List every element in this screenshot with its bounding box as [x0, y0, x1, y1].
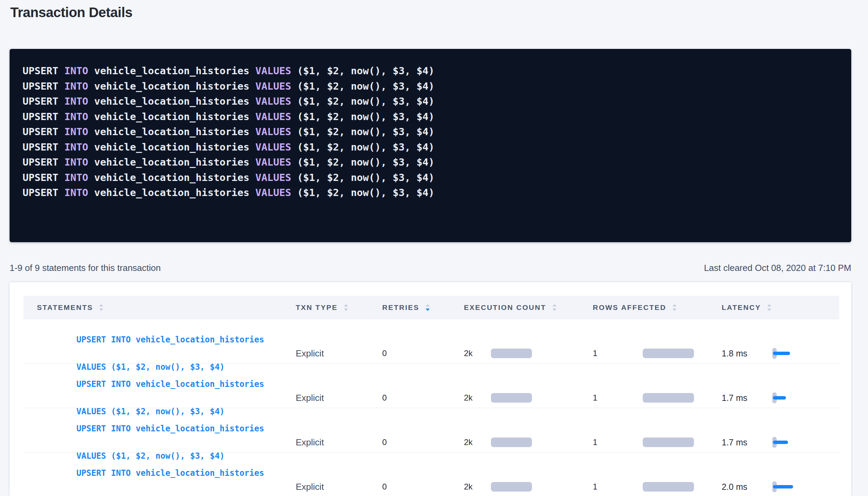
column-header-retries[interactable]: RETRIES	[382, 303, 464, 312]
code-line: UPSERT INTO vehicle_location_histories V…	[23, 109, 838, 125]
statements-table-card: STATEMENTS TXN TYPE RETRIES EXECUTION CO…	[10, 282, 851, 496]
execution-count-bar	[491, 482, 532, 492]
sort-asc-icon	[426, 304, 430, 306]
sql-text: ($1, $2, now(), $3, $4)	[291, 65, 435, 77]
column-header-latency[interactable]: LATENCY	[722, 303, 839, 312]
execution-count-cell: 2k	[464, 482, 593, 492]
statement-cell: UPSERT INTO vehicle_location_histories V…	[24, 453, 296, 496]
sql-keyword: VALUES	[255, 65, 291, 77]
last-cleared-text: Last cleared Oct 08, 2020 at 7:10 PM	[704, 262, 851, 274]
sql-text: ($1, $2, now(), $3, $4)	[291, 187, 435, 198]
column-header-execution-count[interactable]: EXECUTION COUNT	[464, 303, 593, 312]
execution-count-bar	[491, 438, 532, 447]
column-header-rows-affected[interactable]: ROWS AFFECTED	[593, 303, 722, 312]
latency-cell: 1.8 ms	[722, 348, 839, 359]
execution-count-value: 2k	[464, 438, 491, 447]
latency-bar	[773, 441, 788, 444]
table-header-row: STATEMENTS TXN TYPE RETRIES EXECUTION CO…	[24, 296, 839, 319]
sql-keyword: VALUES	[255, 80, 291, 92]
code-line: UPSERT INTO vehicle_location_histories V…	[23, 140, 838, 155]
latency-chart	[772, 481, 796, 493]
execution-count-value: 2k	[464, 393, 491, 403]
sql-text: vehicle_location_histories	[88, 80, 255, 92]
latency-cell: 1.7 ms	[722, 436, 839, 448]
column-header-statements[interactable]: STATEMENTS	[24, 303, 296, 312]
sql-keyword: INTO	[64, 65, 88, 77]
execution-count-bar	[491, 349, 532, 358]
statement-line-1: UPSERT INTO vehicle_location_histories	[77, 424, 264, 433]
sort-desc-icon	[426, 309, 430, 311]
sql-keyword: INTO	[64, 111, 88, 122]
retries-cell: 0	[382, 482, 464, 492]
sql-keyword: INTO	[64, 126, 88, 138]
sql-text: UPSERT	[23, 65, 64, 77]
execution-count-value: 2k	[464, 482, 491, 492]
sql-keyword: INTO	[64, 187, 88, 198]
sql-text: UPSERT	[23, 95, 64, 107]
sql-keyword: VALUES	[255, 141, 291, 153]
latency-value: 1.7 ms	[722, 438, 772, 447]
retries-cell: 0	[382, 438, 464, 447]
rows-affected-value: 1	[593, 349, 643, 358]
latency-cell: 2.0 ms	[722, 481, 839, 493]
sql-keyword: INTO	[64, 172, 88, 183]
sort-desc-icon	[344, 309, 348, 311]
txn-type-cell: Explicit	[296, 393, 382, 403]
table-row: UPSERT INTO vehicle_location_histories V…	[24, 364, 839, 408]
sql-text: ($1, $2, now(), $3, $4)	[291, 141, 435, 153]
retries-value: 0	[382, 349, 387, 358]
sql-keyword: VALUES	[255, 111, 291, 122]
table-row: UPSERT INTO vehicle_location_histories V…	[24, 408, 839, 453]
code-line: UPSERT INTO vehicle_location_histories V…	[23, 79, 838, 94]
code-line: UPSERT INTO vehicle_location_histories V…	[23, 185, 838, 200]
sql-keyword: VALUES	[255, 156, 291, 168]
sql-text: ($1, $2, now(), $3, $4)	[291, 95, 435, 107]
statement-line-1: UPSERT INTO vehicle_location_histories	[77, 335, 264, 344]
rows-affected-cell: 1	[593, 438, 722, 447]
rows-affected-bar	[643, 349, 694, 358]
sql-text: UPSERT	[23, 80, 64, 92]
execution-count-value: 2k	[464, 349, 491, 358]
code-line: UPSERT INTO vehicle_location_histories V…	[23, 155, 838, 170]
rows-affected-value: 1	[593, 438, 643, 447]
sort-arrows	[426, 304, 430, 311]
sort-asc-icon	[99, 304, 103, 306]
sql-text: ($1, $2, now(), $3, $4)	[291, 156, 435, 168]
statement-link[interactable]: UPSERT INTO vehicle_location_histories V…	[24, 453, 264, 496]
latency-bar	[773, 352, 790, 355]
sql-text: ($1, $2, now(), $3, $4)	[291, 172, 435, 183]
sql-text: vehicle_location_histories	[88, 172, 255, 183]
sql-text: UPSERT	[23, 111, 64, 122]
column-header-label: EXECUTION COUNT	[464, 303, 546, 312]
column-header-label: STATEMENTS	[37, 303, 93, 312]
column-header-txn-type[interactable]: TXN TYPE	[296, 303, 382, 312]
sql-text: UPSERT	[23, 156, 64, 168]
retries-cell: 0	[382, 349, 464, 358]
sort-arrows	[344, 304, 348, 311]
txn-type-value: Explicit	[296, 393, 324, 403]
column-header-label: LATENCY	[722, 303, 761, 312]
table-body: UPSERT INTO vehicle_location_histories V…	[24, 319, 839, 496]
sql-text: vehicle_location_histories	[88, 65, 255, 77]
retries-value: 0	[382, 393, 387, 403]
sort-asc-icon	[344, 304, 348, 306]
txn-type-cell: Explicit	[296, 437, 382, 448]
sql-text: vehicle_location_histories	[88, 95, 255, 107]
rows-affected-bar	[643, 482, 694, 492]
sort-asc-icon	[552, 304, 557, 306]
sql-text: ($1, $2, now(), $3, $4)	[291, 126, 435, 138]
statement-line-1: UPSERT INTO vehicle_location_histories	[77, 379, 264, 389]
table-row: UPSERT INTO vehicle_location_histories V…	[24, 453, 839, 496]
rows-affected-cell: 1	[593, 349, 722, 358]
latency-cell: 1.7 ms	[722, 392, 839, 404]
page-title: Transaction Details	[10, 0, 868, 20]
sort-asc-icon	[672, 304, 677, 306]
table-row: UPSERT INTO vehicle_location_histories V…	[24, 319, 839, 364]
rows-affected-cell: 1	[593, 393, 722, 403]
sql-keyword: INTO	[64, 156, 88, 168]
execution-count-cell: 2k	[464, 438, 593, 447]
sql-keyword: INTO	[64, 80, 88, 92]
sql-keyword: VALUES	[255, 95, 291, 107]
retries-cell: 0	[382, 393, 464, 403]
txn-type-value: Explicit	[296, 437, 324, 448]
